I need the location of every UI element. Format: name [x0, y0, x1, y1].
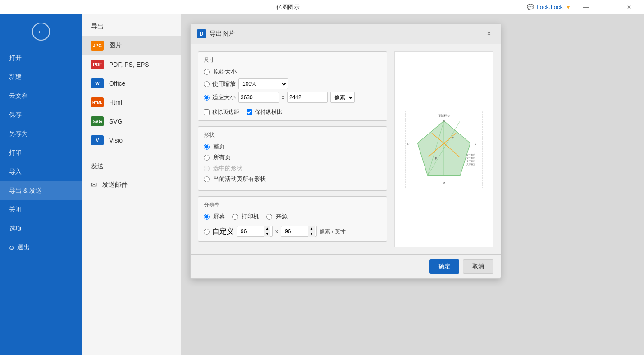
shape-section: 形状 整页 所有页 选中的形状 — [198, 126, 387, 191]
height-input[interactable] — [287, 92, 328, 103]
window-controls: — □ ✕ — [575, 0, 639, 14]
res-options-row: 屏幕 打印机 来源 — [204, 212, 381, 223]
radio-current: 当前活动页所有形状 — [204, 175, 381, 183]
sidebar-label-new: 新建 — [9, 73, 22, 81]
label-all[interactable]: 所有页 — [213, 153, 231, 161]
spin-down-y[interactable]: ▼ — [308, 231, 315, 237]
radio-zoom: 使用缩放 100% 50% 200% — [204, 78, 381, 89]
user-dropdown-icon[interactable]: ▼ — [566, 4, 571, 10]
sidebar-item-close[interactable]: 关闭 — [0, 200, 82, 219]
cancel-button[interactable]: 取消 — [463, 259, 493, 274]
label-source[interactable]: 来源 — [276, 212, 288, 221]
sidebar-item-export[interactable]: 导出 & 发送 — [0, 181, 82, 200]
spin-up-y[interactable]: ▲ — [308, 226, 315, 231]
label-zoom[interactable]: 使用缩放 — [212, 80, 236, 88]
zoom-select[interactable]: 100% 50% 200% — [238, 78, 288, 89]
export-label-office: Office — [109, 80, 125, 87]
close-button[interactable]: ✕ — [619, 0, 639, 14]
send-section-title: 发送 — [82, 159, 181, 176]
keep-ratio-checkbox[interactable] — [247, 109, 252, 115]
label-whole[interactable]: 整页 — [213, 143, 225, 151]
sidebar-nav: 打开 新建 云文档 保存 另存为 打印 导入 导出 & 发送 — [0, 49, 82, 355]
label-screen[interactable]: 屏幕 — [213, 212, 225, 221]
resolution-label: 分辨率 — [204, 201, 381, 209]
shape-label: 形状 — [204, 131, 381, 139]
radio-screen[interactable] — [204, 214, 210, 220]
back-button[interactable]: ← — [32, 23, 50, 41]
visio-icon: V — [91, 135, 104, 145]
sidebar-item-print[interactable]: 打印 — [0, 143, 82, 162]
radio-source-res: 来源 — [266, 212, 288, 221]
send-email-item[interactable]: ✉ 发送邮件 — [82, 176, 181, 194]
sidebar-item-open[interactable]: 打开 — [0, 49, 82, 68]
keep-ratio-row: 保持纵横比 — [247, 108, 282, 116]
modal-close-button[interactable]: × — [484, 28, 494, 39]
radio-custom[interactable] — [204, 229, 210, 235]
radio-whole-page: 整页 — [204, 143, 381, 151]
radio-original[interactable] — [204, 69, 210, 75]
label-fit[interactable]: 适应大小 — [212, 93, 236, 101]
spin-down-x[interactable]: ▼ — [264, 231, 270, 237]
radio-all-pages: 所有页 — [204, 153, 381, 161]
svg-text:文字标注: 文字标注 — [466, 163, 475, 166]
radio-printer[interactable] — [232, 214, 238, 220]
sidebar-label-saveas: 另存为 — [9, 130, 28, 138]
export-item-pdf[interactable]: PDF PDF, PS, EPS — [82, 55, 181, 74]
sidebar-item-save[interactable]: 保存 — [0, 106, 82, 124]
back-area[interactable]: ← — [0, 14, 82, 49]
sidebar-label-import: 导入 — [9, 168, 22, 176]
keep-ratio-label[interactable]: 保持纵横比 — [255, 108, 282, 116]
radio-fit[interactable] — [204, 95, 210, 101]
remove-border-label[interactable]: 移除页边距 — [212, 108, 239, 116]
maximize-button[interactable]: □ — [597, 0, 618, 14]
minimize-button[interactable]: — — [575, 0, 596, 14]
sidebar-item-import[interactable]: 导入 — [0, 162, 82, 181]
modal-footer: 确定 取消 — [191, 254, 501, 278]
unit-select[interactable]: 像素 英寸 厘米 — [330, 92, 355, 103]
export-item-office[interactable]: W Office — [82, 74, 181, 93]
label-custom[interactable]: 自定义 — [212, 227, 234, 236]
export-item-jpg[interactable]: JPG 图片 — [82, 36, 181, 55]
radio-zoom[interactable] — [204, 81, 210, 87]
sidebar-item-saveas[interactable]: 另存为 — [0, 124, 82, 143]
remove-border-checkbox[interactable] — [204, 109, 210, 115]
user-area: 💬 Lock.Lock ▼ — [527, 4, 571, 10]
confirm-button[interactable]: 确定 — [429, 259, 459, 274]
sidebar-label-export: 导出 & 发送 — [9, 187, 42, 195]
sidebar-item-exit[interactable]: ⊖ 退出 — [0, 238, 82, 257]
width-input[interactable] — [238, 92, 279, 103]
export-label-pdf: PDF, PS, EPS — [109, 61, 149, 68]
sidebar-label-print: 打印 — [9, 149, 22, 157]
custom-y-input[interactable]: 96 ▲ ▼ — [281, 226, 317, 237]
label-printer[interactable]: 打印机 — [242, 212, 259, 221]
spin-up-x[interactable]: ▲ — [264, 226, 270, 231]
radio-whole[interactable] — [204, 144, 210, 150]
x-separator: x — [282, 94, 284, 101]
sidebar-label-exit: 退出 — [17, 244, 30, 252]
label-current[interactable]: 当前活动页所有形状 — [213, 175, 266, 183]
custom-x-input[interactable]: 96 ▲ ▼ — [237, 226, 273, 237]
sidebar-item-settings[interactable]: 选项 — [0, 219, 82, 238]
export-image-modal: D 导出图片 × 尺寸 原始大小 — [190, 23, 501, 279]
export-item-svg[interactable]: SVG SVG — [82, 112, 181, 131]
radio-all[interactable] — [204, 155, 210, 161]
export-label-jpg: 图片 — [109, 41, 122, 50]
radio-current[interactable] — [204, 176, 210, 182]
sidebar-item-new[interactable]: 新建 — [0, 68, 82, 87]
svg-text:F: F — [435, 157, 437, 160]
send-email-label: 发送邮件 — [102, 181, 128, 189]
export-item-visio[interactable]: V Visio — [82, 131, 181, 150]
export-item-html[interactable]: HTML Html — [82, 93, 181, 112]
sidebar-item-cloud[interactable]: 云文档 — [0, 87, 82, 106]
word-icon: W — [91, 78, 104, 88]
modal-body: 尺寸 原始大小 使用缩放 100% 50% — [191, 44, 501, 254]
preview-diagram: 顶部标签 R R M M 文字标注 文字标注 文字标注 文字标注 F — [403, 109, 484, 190]
modal-header: D 导出图片 × — [191, 24, 501, 44]
radio-source[interactable] — [266, 214, 272, 220]
sidebar-label-open: 打开 — [9, 54, 22, 62]
export-section-title: 导出 — [82, 19, 181, 36]
size-section: 尺寸 原始大小 使用缩放 100% 50% — [198, 51, 387, 121]
label-original[interactable]: 原始大小 — [213, 68, 237, 76]
svg-text:文字标注: 文字标注 — [466, 157, 475, 159]
custom-y-value: 96 — [283, 228, 292, 235]
